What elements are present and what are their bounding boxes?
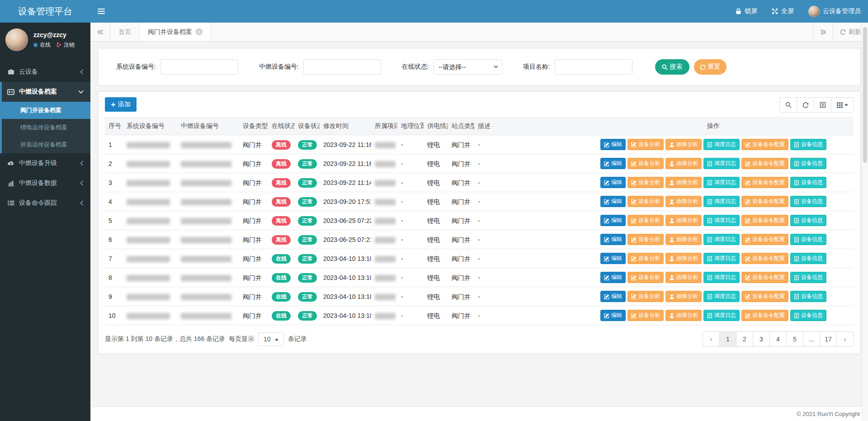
system-device-no-input[interactable]: [160, 59, 238, 75]
action-button-设备信息[interactable]: 设备信息: [790, 196, 826, 207]
page-size-dropdown[interactable]: 10: [258, 332, 284, 346]
action-button-调度日志[interactable]: 调度日志: [703, 253, 740, 264]
action-button-调度日志[interactable]: 调度日志: [703, 310, 740, 321]
action-button-设备信息[interactable]: 设备信息: [790, 310, 826, 321]
tabs-scroll-right-button[interactable]: [813, 23, 833, 41]
app-title[interactable]: 设备管理平台: [0, 0, 90, 23]
online-status-select[interactable]: --请选择--: [434, 59, 502, 75]
action-button-设备分析[interactable]: 设备分析: [627, 196, 664, 207]
action-button-设备分析[interactable]: 设备分析: [627, 291, 664, 302]
action-button-调度日志[interactable]: 调度日志: [703, 215, 740, 226]
sidebar-toggle-button[interactable]: [90, 0, 112, 23]
action-button-调度日志[interactable]: 调度日志: [703, 139, 740, 150]
page-button-4[interactable]: 4: [769, 331, 787, 347]
sidebar-item-assembled-remote-archive[interactable]: 拼装远传设备档案: [2, 136, 90, 153]
action-button-故障分析[interactable]: 故障分析: [665, 272, 702, 283]
page-button-›[interactable]: ›: [836, 331, 854, 347]
logout-link[interactable]: 注销: [57, 41, 75, 49]
fullscreen-button[interactable]: 全屏: [764, 0, 801, 23]
page-button-5[interactable]: 5: [786, 331, 803, 347]
search-button[interactable]: 搜索: [655, 59, 689, 75]
action-button-设备分析[interactable]: 设备分析: [627, 272, 664, 283]
action-button-设备分析[interactable]: 设备分析: [627, 158, 664, 169]
action-button-设备信息[interactable]: 设备信息: [790, 291, 826, 302]
action-button-故障分析[interactable]: 故障分析: [665, 253, 702, 264]
page-button-2[interactable]: 2: [736, 331, 753, 347]
action-button-设备分析[interactable]: 设备分析: [627, 310, 664, 321]
action-button-设备命令配置[interactable]: 设备命令配置: [741, 158, 788, 169]
action-button-编辑[interactable]: 编辑: [600, 158, 626, 169]
add-button[interactable]: 添加: [105, 97, 137, 112]
action-button-设备命令配置[interactable]: 设备命令配置: [741, 272, 788, 283]
user-menu[interactable]: 云设备管理员: [801, 0, 868, 23]
zr-device-no-input[interactable]: [303, 59, 381, 75]
action-button-设备命令配置[interactable]: 设备命令配置: [741, 234, 788, 245]
action-button-编辑[interactable]: 编辑: [600, 253, 626, 264]
action-button-设备分析[interactable]: 设备分析: [627, 139, 664, 150]
action-button-设备分析[interactable]: 设备分析: [627, 253, 664, 264]
page-button-...[interactable]: ...: [803, 331, 820, 347]
action-button-设备信息[interactable]: 设备信息: [790, 272, 826, 283]
action-button-故障分析[interactable]: 故障分析: [665, 139, 702, 150]
action-button-设备信息[interactable]: 设备信息: [790, 215, 826, 226]
action-button-调度日志[interactable]: 调度日志: [703, 158, 740, 169]
toolbar-search-button[interactable]: [779, 97, 797, 113]
sidebar-item-device-archive[interactable]: 中燃设备档案: [2, 82, 90, 102]
sidebar-item-lithium-remote-archive[interactable]: 锂电远传设备档案: [2, 119, 90, 136]
page-button-‹[interactable]: ‹: [703, 331, 720, 347]
action-button-调度日志[interactable]: 调度日志: [703, 291, 740, 302]
action-button-设备命令配置[interactable]: 设备命令配置: [741, 177, 788, 188]
action-button-编辑[interactable]: 编辑: [600, 139, 626, 150]
action-button-故障分析[interactable]: 故障分析: [665, 196, 702, 207]
vertical-scrollbar[interactable]: [862, 23, 868, 421]
project-name-input[interactable]: [555, 59, 632, 75]
action-button-设备信息[interactable]: 设备信息: [790, 158, 826, 169]
sidebar-item-device-data[interactable]: 中燃设备数据: [0, 173, 90, 193]
action-button-设备命令配置[interactable]: 设备命令配置: [741, 291, 788, 302]
sidebar-item-valve-well-archive[interactable]: 阀门井设备档案: [2, 102, 90, 119]
action-button-设备信息[interactable]: 设备信息: [790, 177, 826, 188]
action-button-调度日志[interactable]: 调度日志: [703, 272, 740, 283]
toolbar-detail-view-button[interactable]: [814, 97, 831, 113]
scrollbar-thumb[interactable]: [863, 27, 867, 163]
action-button-编辑[interactable]: 编辑: [600, 196, 626, 207]
action-button-故障分析[interactable]: 故障分析: [665, 158, 702, 169]
action-button-调度日志[interactable]: 调度日志: [703, 177, 740, 188]
sidebar-item-cloud-device[interactable]: 云设备: [0, 62, 90, 82]
toolbar-columns-button[interactable]: [831, 97, 854, 113]
action-button-编辑[interactable]: 编辑: [600, 234, 626, 245]
toolbar-refresh-button[interactable]: [797, 97, 814, 113]
page-button-17[interactable]: 17: [820, 331, 837, 347]
action-button-设备命令配置[interactable]: 设备命令配置: [741, 139, 788, 150]
action-button-设备分析[interactable]: 设备分析: [627, 234, 664, 245]
action-button-故障分析[interactable]: 故障分析: [665, 234, 702, 245]
action-button-编辑[interactable]: 编辑: [600, 310, 626, 321]
action-button-编辑[interactable]: 编辑: [600, 215, 626, 226]
action-button-设备信息[interactable]: 设备信息: [790, 253, 826, 264]
action-button-设备命令配置[interactable]: 设备命令配置: [741, 253, 788, 264]
sidebar-item-device-upgrade[interactable]: 中燃设备升级: [0, 153, 90, 173]
tabs-scroll-left-button[interactable]: [90, 23, 110, 41]
action-button-调度日志[interactable]: 调度日志: [703, 196, 740, 207]
action-button-设备分析[interactable]: 设备分析: [627, 177, 664, 188]
action-button-设备信息[interactable]: 设备信息: [790, 234, 826, 245]
action-button-设备命令配置[interactable]: 设备命令配置: [741, 215, 788, 226]
action-button-故障分析[interactable]: 故障分析: [665, 177, 702, 188]
tab-close-icon[interactable]: [196, 28, 203, 35]
action-button-故障分析[interactable]: 故障分析: [665, 291, 702, 302]
tab-home[interactable]: 首页: [110, 23, 139, 41]
page-button-1[interactable]: 1: [719, 331, 736, 347]
action-button-设备信息[interactable]: 设备信息: [790, 139, 826, 150]
action-button-故障分析[interactable]: 故障分析: [665, 310, 702, 321]
action-button-设备命令配置[interactable]: 设备命令配置: [741, 310, 788, 321]
action-button-设备命令配置[interactable]: 设备命令配置: [741, 196, 788, 207]
reset-button[interactable]: 重置: [694, 59, 726, 75]
action-button-设备分析[interactable]: 设备分析: [627, 215, 664, 226]
action-button-调度日志[interactable]: 调度日志: [703, 234, 740, 245]
action-button-故障分析[interactable]: 故障分析: [665, 215, 702, 226]
lock-screen-button[interactable]: 锁屏: [728, 0, 764, 23]
page-button-3[interactable]: 3: [753, 331, 770, 347]
action-button-编辑[interactable]: 编辑: [600, 291, 626, 302]
action-button-编辑[interactable]: 编辑: [600, 177, 626, 188]
action-button-编辑[interactable]: 编辑: [600, 272, 626, 283]
